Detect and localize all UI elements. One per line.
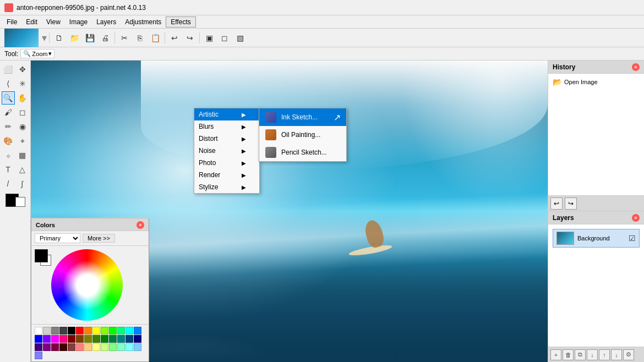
color-picker-tool[interactable]: ⌖ <box>16 134 29 147</box>
open-button[interactable]: 📁 <box>67 31 81 45</box>
palette-color-00ff80[interactable] <box>117 327 125 334</box>
pan-tool[interactable]: ✋ <box>16 91 29 105</box>
menu-effects[interactable]: Effects <box>166 17 195 28</box>
menu-layers[interactable]: Layers <box>92 17 121 27</box>
move-layer-down-button[interactable]: ↓ <box>611 349 622 360</box>
palette-color-000080[interactable] <box>134 335 141 343</box>
dropdown-distort[interactable]: Distort ▶ <box>194 133 259 145</box>
dropdown-blurs[interactable]: Blurs ▶ <box>194 120 259 133</box>
palette-color-804040[interactable] <box>68 343 75 351</box>
menu-edit[interactable]: Edit <box>21 17 42 27</box>
palette-color-00ff00[interactable] <box>109 327 117 334</box>
palette-color-ff8080[interactable] <box>76 343 84 351</box>
gradient-tool[interactable]: ▦ <box>16 149 29 162</box>
delete-layer-button[interactable]: 🗑 <box>563 349 574 360</box>
redo-button[interactable]: ↪ <box>183 31 197 45</box>
history-redo-button[interactable]: ↪ <box>565 198 577 210</box>
submenu-ink-sketch[interactable]: Ink Sketch... ↗ <box>259 108 346 126</box>
new-button[interactable]: 🗋 <box>52 31 66 45</box>
dropdown-noise[interactable]: Noise ▶ <box>194 145 259 157</box>
eraser-tool[interactable]: ◻ <box>16 106 29 119</box>
select-button[interactable]: ▣ <box>202 31 216 45</box>
lasso-tool[interactable]: ⟨ <box>2 77 15 90</box>
palette-color-80ff00[interactable] <box>101 327 108 334</box>
tool-selector[interactable]: 🔍 Zoom ▾ <box>20 49 54 58</box>
menu-adjustments[interactable]: Adjustments <box>121 17 166 27</box>
deselect-button[interactable]: ◻ <box>217 31 232 45</box>
palette-color-800000[interactable] <box>68 335 75 343</box>
dropdown-photo[interactable]: Photo ▶ <box>194 157 259 169</box>
palette-color-008000[interactable] <box>101 335 108 343</box>
select-rect-tool[interactable]: ⬜ <box>2 63 15 76</box>
move-layer-up-button[interactable]: ↑ <box>599 349 610 360</box>
line-tool[interactable]: / <box>2 177 15 190</box>
foreground-swatch[interactable] <box>35 249 48 262</box>
dropdown-artistic[interactable]: Artistic ▶ <box>194 108 259 120</box>
colors-more-button[interactable]: More >> <box>83 234 115 243</box>
dropdown-stylize[interactable]: Stylize ▶ <box>194 181 259 193</box>
palette-color-800040[interactable] <box>51 343 59 351</box>
palette-color-00ffff[interactable] <box>125 327 133 334</box>
primary-secondary-select[interactable]: Primary Secondary <box>35 233 80 243</box>
color-wheel[interactable] <box>51 249 123 321</box>
palette-color-000000[interactable] <box>68 327 75 334</box>
palette-color-80ffcc[interactable] <box>117 343 125 351</box>
merge-layer-button[interactable]: ↓ <box>587 349 598 360</box>
palette-color-ff8000[interactable] <box>84 327 92 334</box>
text-tool[interactable]: T <box>2 163 15 176</box>
palette-color-804000[interactable] <box>76 335 84 343</box>
save-button[interactable]: 💾 <box>83 31 97 45</box>
menu-file[interactable]: File <box>2 17 21 27</box>
undo-button[interactable]: ↩ <box>167 31 182 45</box>
print-button[interactable]: 🖨 <box>98 31 112 45</box>
paintbrush-tool[interactable]: 🖌 <box>2 106 15 119</box>
cut-button[interactable]: ✂ <box>117 31 132 45</box>
layer-visibility-check[interactable]: ☑ <box>629 234 636 243</box>
palette-color-ffff00[interactable] <box>92 327 100 334</box>
history-undo-button[interactable]: ↩ <box>550 198 563 210</box>
palette-color-ffcc80[interactable] <box>84 343 92 351</box>
palette-color-0080ff[interactable] <box>134 327 141 334</box>
dropdown-render[interactable]: Render ▶ <box>194 169 259 181</box>
submenu-pencil-sketch[interactable]: Pencil Sketch... <box>259 144 346 161</box>
move-tool[interactable]: ✥ <box>16 63 29 76</box>
palette-color-ff0000[interactable] <box>76 327 84 334</box>
history-open-image[interactable]: 📂 Open Image <box>550 76 642 88</box>
palette-color-400000[interactable] <box>59 343 67 351</box>
palette-color-800080[interactable] <box>43 343 51 351</box>
palette-color-80ff80[interactable] <box>109 343 117 351</box>
duplicate-layer-button[interactable]: ⧉ <box>575 349 586 360</box>
palette-color-ff00ff[interactable] <box>51 335 59 343</box>
pencil-tool[interactable]: ✏ <box>2 120 15 133</box>
palette-color-d4d0c8[interactable] <box>43 327 51 334</box>
history-close-button[interactable]: × <box>632 63 640 71</box>
palette-color-408000[interactable] <box>92 335 100 343</box>
palette-color-400080[interactable] <box>35 343 42 351</box>
palette-color-8080ff[interactable] <box>35 352 42 359</box>
layers-close-button[interactable]: × <box>632 214 640 222</box>
clone-tool[interactable]: ◉ <box>16 120 29 133</box>
magic-wand-tool[interactable]: ✳ <box>16 77 29 90</box>
add-layer-button[interactable]: + <box>550 349 561 360</box>
palette-color-ffff80[interactable] <box>92 343 100 351</box>
menu-view[interactable]: View <box>42 17 65 27</box>
palette-color-ff0080[interactable] <box>59 335 67 343</box>
menu-image[interactable]: Image <box>65 17 92 27</box>
palette-color-808080[interactable] <box>51 327 59 334</box>
layer-properties-button[interactable]: ⚙ <box>623 349 634 360</box>
colors-close-button[interactable]: × <box>137 221 144 229</box>
background-color[interactable] <box>15 197 25 207</box>
palette-color-808000[interactable] <box>84 335 92 343</box>
recolor-tool[interactable]: 🎨 <box>2 134 15 147</box>
layer-background[interactable]: Background ☑ <box>553 229 640 248</box>
thumbnail-dropdown[interactable]: ▾ <box>42 32 47 44</box>
palette-color-008040[interactable] <box>109 335 117 343</box>
palette-color-ccff80[interactable] <box>101 343 108 351</box>
invert-button[interactable]: ▧ <box>233 31 247 45</box>
palette-color-80ffff[interactable] <box>125 343 133 351</box>
fill-tool[interactable]: ⬦ <box>2 149 15 162</box>
shapes-tool[interactable]: △ <box>16 163 29 176</box>
palette-color-0000ff[interactable] <box>35 335 42 343</box>
curve-tool[interactable]: ∫ <box>16 177 29 190</box>
palette-color-8000ff[interactable] <box>43 335 51 343</box>
